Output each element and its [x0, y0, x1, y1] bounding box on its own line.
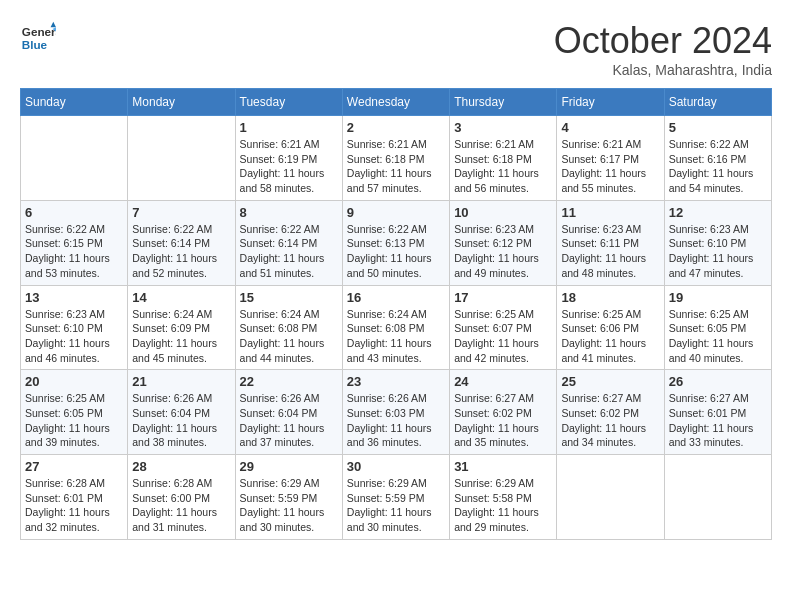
day-info: Sunrise: 6:23 AM Sunset: 6:12 PM Dayligh…	[454, 222, 552, 281]
day-info: Sunrise: 6:26 AM Sunset: 6:03 PM Dayligh…	[347, 391, 445, 450]
day-info: Sunrise: 6:22 AM Sunset: 6:14 PM Dayligh…	[240, 222, 338, 281]
calendar-cell: 12Sunrise: 6:23 AM Sunset: 6:10 PM Dayli…	[664, 200, 771, 285]
day-number: 27	[25, 459, 123, 474]
location-subtitle: Kalas, Maharashtra, India	[554, 62, 772, 78]
header-saturday: Saturday	[664, 89, 771, 116]
day-info: Sunrise: 6:22 AM Sunset: 6:15 PM Dayligh…	[25, 222, 123, 281]
day-number: 16	[347, 290, 445, 305]
calendar-cell: 11Sunrise: 6:23 AM Sunset: 6:11 PM Dayli…	[557, 200, 664, 285]
day-info: Sunrise: 6:22 AM Sunset: 6:16 PM Dayligh…	[669, 137, 767, 196]
day-info: Sunrise: 6:29 AM Sunset: 5:58 PM Dayligh…	[454, 476, 552, 535]
day-number: 7	[132, 205, 230, 220]
calendar-cell: 13Sunrise: 6:23 AM Sunset: 6:10 PM Dayli…	[21, 285, 128, 370]
day-info: Sunrise: 6:23 AM Sunset: 6:10 PM Dayligh…	[25, 307, 123, 366]
day-info: Sunrise: 6:23 AM Sunset: 6:11 PM Dayligh…	[561, 222, 659, 281]
logo-icon: General Blue	[20, 20, 56, 56]
calendar-cell: 1Sunrise: 6:21 AM Sunset: 6:19 PM Daylig…	[235, 116, 342, 201]
calendar-cell: 17Sunrise: 6:25 AM Sunset: 6:07 PM Dayli…	[450, 285, 557, 370]
calendar-cell	[21, 116, 128, 201]
calendar-cell: 14Sunrise: 6:24 AM Sunset: 6:09 PM Dayli…	[128, 285, 235, 370]
calendar-table: Sunday Monday Tuesday Wednesday Thursday…	[20, 88, 772, 540]
calendar-cell	[557, 455, 664, 540]
calendar-cell: 22Sunrise: 6:26 AM Sunset: 6:04 PM Dayli…	[235, 370, 342, 455]
day-info: Sunrise: 6:27 AM Sunset: 6:01 PM Dayligh…	[669, 391, 767, 450]
day-number: 9	[347, 205, 445, 220]
day-number: 30	[347, 459, 445, 474]
calendar-cell: 2Sunrise: 6:21 AM Sunset: 6:18 PM Daylig…	[342, 116, 449, 201]
calendar-cell: 23Sunrise: 6:26 AM Sunset: 6:03 PM Dayli…	[342, 370, 449, 455]
calendar-cell: 5Sunrise: 6:22 AM Sunset: 6:16 PM Daylig…	[664, 116, 771, 201]
calendar-cell: 4Sunrise: 6:21 AM Sunset: 6:17 PM Daylig…	[557, 116, 664, 201]
day-info: Sunrise: 6:25 AM Sunset: 6:07 PM Dayligh…	[454, 307, 552, 366]
header-sunday: Sunday	[21, 89, 128, 116]
calendar-cell: 24Sunrise: 6:27 AM Sunset: 6:02 PM Dayli…	[450, 370, 557, 455]
calendar-cell: 29Sunrise: 6:29 AM Sunset: 5:59 PM Dayli…	[235, 455, 342, 540]
day-info: Sunrise: 6:26 AM Sunset: 6:04 PM Dayligh…	[132, 391, 230, 450]
calendar-cell: 9Sunrise: 6:22 AM Sunset: 6:13 PM Daylig…	[342, 200, 449, 285]
day-number: 21	[132, 374, 230, 389]
calendar-week-4: 20Sunrise: 6:25 AM Sunset: 6:05 PM Dayli…	[21, 370, 772, 455]
day-info: Sunrise: 6:25 AM Sunset: 6:05 PM Dayligh…	[669, 307, 767, 366]
svg-text:Blue: Blue	[22, 38, 48, 51]
day-info: Sunrise: 6:21 AM Sunset: 6:18 PM Dayligh…	[347, 137, 445, 196]
calendar-cell: 6Sunrise: 6:22 AM Sunset: 6:15 PM Daylig…	[21, 200, 128, 285]
day-number: 14	[132, 290, 230, 305]
calendar-cell: 19Sunrise: 6:25 AM Sunset: 6:05 PM Dayli…	[664, 285, 771, 370]
day-info: Sunrise: 6:29 AM Sunset: 5:59 PM Dayligh…	[240, 476, 338, 535]
calendar-cell: 26Sunrise: 6:27 AM Sunset: 6:01 PM Dayli…	[664, 370, 771, 455]
day-number: 20	[25, 374, 123, 389]
day-info: Sunrise: 6:25 AM Sunset: 6:05 PM Dayligh…	[25, 391, 123, 450]
day-number: 28	[132, 459, 230, 474]
day-info: Sunrise: 6:24 AM Sunset: 6:08 PM Dayligh…	[240, 307, 338, 366]
calendar-cell: 18Sunrise: 6:25 AM Sunset: 6:06 PM Dayli…	[557, 285, 664, 370]
title-area: October 2024 Kalas, Maharashtra, India	[554, 20, 772, 78]
logo: General Blue	[20, 20, 56, 56]
day-number: 31	[454, 459, 552, 474]
calendar-cell: 3Sunrise: 6:21 AM Sunset: 6:18 PM Daylig…	[450, 116, 557, 201]
day-info: Sunrise: 6:28 AM Sunset: 6:01 PM Dayligh…	[25, 476, 123, 535]
day-info: Sunrise: 6:22 AM Sunset: 6:13 PM Dayligh…	[347, 222, 445, 281]
day-number: 8	[240, 205, 338, 220]
day-number: 22	[240, 374, 338, 389]
day-info: Sunrise: 6:26 AM Sunset: 6:04 PM Dayligh…	[240, 391, 338, 450]
calendar-cell	[664, 455, 771, 540]
day-info: Sunrise: 6:23 AM Sunset: 6:10 PM Dayligh…	[669, 222, 767, 281]
calendar-cell: 27Sunrise: 6:28 AM Sunset: 6:01 PM Dayli…	[21, 455, 128, 540]
calendar-week-3: 13Sunrise: 6:23 AM Sunset: 6:10 PM Dayli…	[21, 285, 772, 370]
calendar-cell	[128, 116, 235, 201]
day-number: 17	[454, 290, 552, 305]
day-number: 11	[561, 205, 659, 220]
page-header: General Blue October 2024 Kalas, Maharas…	[20, 20, 772, 78]
calendar-cell: 8Sunrise: 6:22 AM Sunset: 6:14 PM Daylig…	[235, 200, 342, 285]
day-info: Sunrise: 6:28 AM Sunset: 6:00 PM Dayligh…	[132, 476, 230, 535]
calendar-cell: 20Sunrise: 6:25 AM Sunset: 6:05 PM Dayli…	[21, 370, 128, 455]
day-number: 24	[454, 374, 552, 389]
day-number: 4	[561, 120, 659, 135]
month-title: October 2024	[554, 20, 772, 62]
day-number: 3	[454, 120, 552, 135]
calendar-week-5: 27Sunrise: 6:28 AM Sunset: 6:01 PM Dayli…	[21, 455, 772, 540]
day-info: Sunrise: 6:29 AM Sunset: 5:59 PM Dayligh…	[347, 476, 445, 535]
calendar-cell: 15Sunrise: 6:24 AM Sunset: 6:08 PM Dayli…	[235, 285, 342, 370]
header-friday: Friday	[557, 89, 664, 116]
header-wednesday: Wednesday	[342, 89, 449, 116]
calendar-cell: 25Sunrise: 6:27 AM Sunset: 6:02 PM Dayli…	[557, 370, 664, 455]
day-number: 12	[669, 205, 767, 220]
calendar-cell: 21Sunrise: 6:26 AM Sunset: 6:04 PM Dayli…	[128, 370, 235, 455]
day-number: 6	[25, 205, 123, 220]
day-number: 23	[347, 374, 445, 389]
calendar-cell: 30Sunrise: 6:29 AM Sunset: 5:59 PM Dayli…	[342, 455, 449, 540]
calendar-cell: 10Sunrise: 6:23 AM Sunset: 6:12 PM Dayli…	[450, 200, 557, 285]
day-info: Sunrise: 6:21 AM Sunset: 6:17 PM Dayligh…	[561, 137, 659, 196]
day-info: Sunrise: 6:25 AM Sunset: 6:06 PM Dayligh…	[561, 307, 659, 366]
day-number: 13	[25, 290, 123, 305]
day-info: Sunrise: 6:27 AM Sunset: 6:02 PM Dayligh…	[454, 391, 552, 450]
day-number: 29	[240, 459, 338, 474]
day-number: 25	[561, 374, 659, 389]
day-number: 1	[240, 120, 338, 135]
day-number: 18	[561, 290, 659, 305]
day-info: Sunrise: 6:21 AM Sunset: 6:18 PM Dayligh…	[454, 137, 552, 196]
calendar-week-2: 6Sunrise: 6:22 AM Sunset: 6:15 PM Daylig…	[21, 200, 772, 285]
calendar-cell: 16Sunrise: 6:24 AM Sunset: 6:08 PM Dayli…	[342, 285, 449, 370]
day-info: Sunrise: 6:21 AM Sunset: 6:19 PM Dayligh…	[240, 137, 338, 196]
